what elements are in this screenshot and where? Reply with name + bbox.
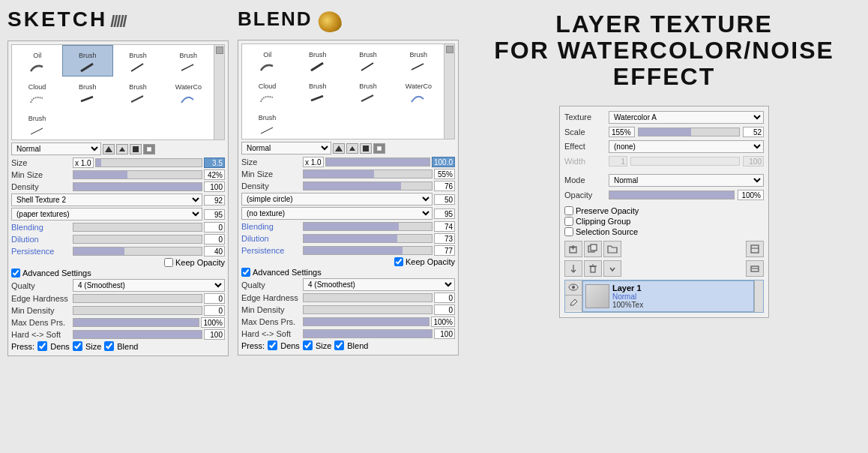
scroll-up-btn[interactable]	[216, 46, 223, 54]
texture2-select[interactable]: (paper textures)	[11, 208, 202, 220]
blend-dilution-slider[interactable]	[303, 234, 433, 243]
advanced-settings-check[interactable]	[11, 268, 20, 278]
blend-max-dens-slider[interactable]	[303, 317, 430, 326]
blend-brush-cell-brush4[interactable]: Brush	[292, 76, 343, 107]
brush-cell-waterco[interactable]: WaterCo	[163, 76, 214, 108]
blending-slider[interactable]	[73, 223, 202, 232]
texture-select[interactable]: Watercolor A	[609, 111, 764, 124]
min-size-slider[interactable]	[73, 170, 202, 179]
blend-min-size-slider[interactable]	[303, 170, 433, 178]
hard-soft-value: 100	[204, 329, 225, 340]
press-dens-check[interactable]	[37, 341, 47, 351]
blend-min-density-slider[interactable]	[303, 305, 433, 314]
layer-texture-section: LAYER TEXTURE FOR WATERCOLOR/NOISE EFFEC…	[468, 8, 861, 446]
persistence-slider[interactable]	[73, 247, 202, 256]
brush-cell-brush3[interactable]: Brush	[163, 45, 214, 76]
brush-cell-brush1[interactable]: Brush	[62, 45, 112, 76]
density-slider[interactable]	[73, 182, 202, 191]
sketch-lines: /////	[110, 12, 126, 32]
blend-advanced-settings-check[interactable]	[241, 268, 250, 277]
move-down-btn[interactable]	[603, 260, 621, 277]
blend-brush-cell-waterco[interactable]: WaterCo	[394, 76, 444, 107]
hard-soft-slider[interactable]	[73, 330, 202, 339]
layer-extra-btn[interactable]	[746, 260, 764, 277]
blend-keep-opacity-check[interactable]	[394, 257, 403, 266]
size-slider[interactable]	[95, 158, 202, 167]
density-value: 100	[204, 182, 225, 192]
press-dens-label: Dens	[50, 342, 70, 351]
texture1-select[interactable]: Shell Texture 2	[11, 194, 202, 206]
blend-mode-select[interactable]: Normal	[241, 142, 331, 154]
merge-btn[interactable]	[564, 260, 582, 277]
dilution-slider[interactable]	[73, 235, 202, 244]
shape-btn-4[interactable]	[143, 144, 155, 154]
quality-select[interactable]: 4 (Smoothest)	[73, 279, 225, 292]
blend-quality-select[interactable]: 4 (Smoothest)	[303, 278, 455, 291]
blend-press-size-label: Size	[316, 341, 331, 350]
layer-edit-btn[interactable]	[565, 296, 582, 310]
blend-brush-cell-cloud[interactable]: Cloud	[242, 76, 292, 107]
brush-cell-cloud[interactable]: Cloud	[12, 76, 62, 108]
blend-persistence-slider[interactable]	[303, 246, 433, 255]
preserve-opacity-check[interactable]	[564, 206, 573, 215]
new-layer-btn[interactable]	[564, 241, 582, 257]
blend-brush-cell-brush5[interactable]: Brush	[343, 76, 394, 107]
shape-btn-1[interactable]	[103, 144, 115, 154]
keep-opacity-check[interactable]	[164, 258, 173, 267]
clipping-group-check[interactable]	[564, 217, 573, 226]
blend-size-slider[interactable]	[325, 158, 430, 166]
blend-blending-label: Blending	[241, 222, 301, 231]
brush-cell-brush4[interactable]: Brush	[62, 76, 112, 108]
blend-shape1-value: 50	[434, 194, 455, 205]
blend-brush-cell-brush6[interactable]: Brush	[242, 107, 292, 139]
copy-layer-btn[interactable]	[584, 241, 602, 257]
scale-slider[interactable]	[638, 128, 740, 136]
blend-brush-cell-brush3[interactable]: Brush	[394, 44, 444, 76]
blend-edge-hardness-slider[interactable]	[303, 293, 433, 302]
layer-scroll-track[interactable]	[754, 280, 763, 312]
blend-press-size-check[interactable]	[303, 340, 313, 350]
blend-panel: Oil Brush Brush Brush	[238, 40, 459, 356]
scale-label: Scale	[564, 128, 606, 136]
layer-settings-btn[interactable]	[746, 241, 764, 257]
blend-density-slider[interactable]	[303, 182, 433, 190]
blend-shape-btn-3[interactable]	[360, 143, 372, 154]
brush-cell-brush6[interactable]: Brush	[12, 108, 62, 140]
layer-thumbnail	[585, 284, 609, 308]
layer-item[interactable]: Layer 1 Normal 100%Tex	[582, 280, 754, 312]
blend-shape1-select[interactable]: (simple circle)	[241, 193, 433, 206]
blend-scroll-up-btn[interactable]	[446, 46, 453, 53]
blend-press-dens-check[interactable]	[268, 340, 277, 350]
max-dens-slider[interactable]	[73, 318, 199, 327]
blend-brush-cell-brush1[interactable]: Brush	[292, 44, 343, 76]
blend-press-blend-check[interactable]	[334, 340, 344, 350]
folder-btn[interactable]	[603, 241, 621, 257]
edge-hardness-slider[interactable]	[73, 294, 202, 303]
selection-source-check[interactable]	[564, 227, 573, 236]
blend-texture2-select[interactable]: (no texture)	[241, 207, 433, 220]
press-blend-check[interactable]	[104, 341, 114, 351]
delete-layer-btn[interactable]	[584, 260, 602, 277]
shape-btn-3[interactable]	[130, 144, 142, 154]
opacity-slider[interactable]	[609, 190, 735, 200]
mode-select[interactable]: Normal	[609, 174, 764, 187]
blend-hard-soft-slider[interactable]	[303, 329, 433, 338]
brush-cell-brush2[interactable]: Brush	[113, 45, 163, 76]
min-density-slider[interactable]	[73, 306, 202, 315]
brush-cell-oil[interactable]: Oil	[12, 45, 62, 76]
press-size-check[interactable]	[73, 341, 82, 351]
effect-select[interactable]: (none)	[609, 140, 764, 153]
blend-brush-cell-oil[interactable]: Oil	[242, 44, 292, 76]
advanced-settings-label: Advanced Settings	[22, 268, 91, 278]
layer-visibility-btn[interactable]	[565, 280, 582, 296]
blend-shape-btn-2[interactable]	[346, 143, 358, 154]
sketch-mode-select[interactable]: Normal	[11, 142, 101, 155]
scale-pct-box: 155%	[609, 127, 635, 137]
blend-shape-btn-1[interactable]	[333, 143, 345, 154]
blend-blending-slider[interactable]	[303, 222, 433, 231]
blend-shape-btn-4[interactable]	[373, 143, 385, 154]
brush-cell-brush5[interactable]: Brush	[113, 76, 163, 108]
edge-hardness-label: Edge Hardness	[11, 294, 71, 303]
blend-brush-cell-brush2[interactable]: Brush	[343, 44, 394, 76]
shape-btn-2[interactable]	[116, 144, 128, 154]
